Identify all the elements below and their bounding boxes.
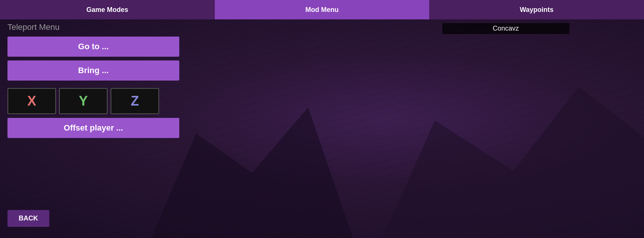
teleport-menu-title: Teleport Menu xyxy=(7,22,194,32)
z-axis-button[interactable]: Z xyxy=(111,88,159,114)
go-to-button[interactable]: Go to ... xyxy=(7,37,179,57)
tab-game-modes[interactable]: Game Modes xyxy=(0,0,215,19)
teleport-menu-panel: Teleport Menu Go to ... Bring ... X Y Z … xyxy=(7,22,194,142)
bring-button[interactable]: Bring ... xyxy=(7,60,179,81)
username-bar: Concavz xyxy=(442,23,569,34)
back-button[interactable]: BACK xyxy=(7,210,49,227)
y-axis-button[interactable]: Y xyxy=(59,88,108,114)
offset-player-button[interactable]: Offset player ... xyxy=(7,118,179,138)
x-axis-button[interactable]: X xyxy=(7,88,56,114)
tab-mod-menu[interactable]: Mod Menu xyxy=(215,0,430,19)
xyz-row: X Y Z xyxy=(7,88,194,114)
bg-shape-2 xyxy=(383,70,644,238)
top-navigation: Game Modes Mod Menu Waypoints xyxy=(0,0,644,19)
tab-waypoints[interactable]: Waypoints xyxy=(429,0,644,19)
